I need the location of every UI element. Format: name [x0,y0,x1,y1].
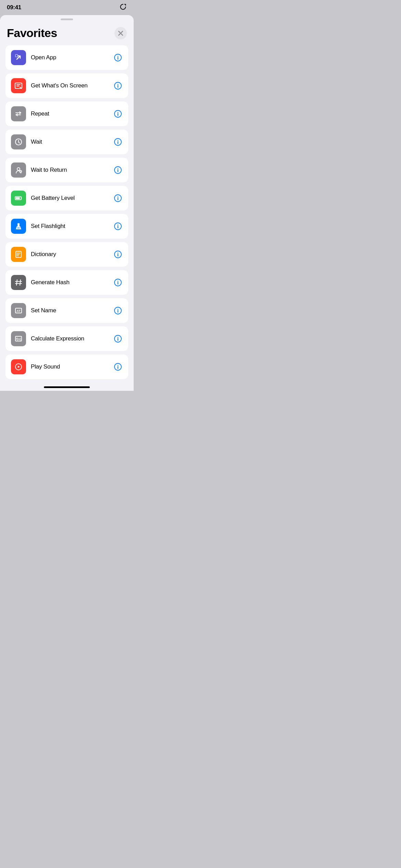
sheet-title: Favorites [7,26,57,40]
dictionary-label: Dictionary [31,251,113,258]
open-app-icon [11,50,26,65]
generate-hash-icon [11,275,26,290]
dictionary-icon [11,247,26,262]
get-battery-level-label: Get Battery Level [31,195,113,202]
sheet-container: Favorites Open App [0,15,134,391]
open-app-info-button[interactable] [113,53,123,62]
status-bar: 09:41 [0,0,134,15]
dictionary-info-button[interactable] [113,250,123,259]
svg-point-16 [118,168,118,169]
list-item[interactable]: Generate Hash [5,270,128,295]
svg-point-6 [118,84,118,85]
get-whats-on-screen-label: Get What's On Screen [31,82,113,89]
generate-hash-info-button[interactable] [113,278,123,287]
get-battery-level-icon [11,191,26,206]
list-item[interactable]: Wait [5,130,128,154]
set-flashlight-label: Set Flashlight [31,223,113,230]
get-whats-on-screen-icon [11,78,26,93]
repeat-label: Repeat [31,110,113,117]
svg-point-12 [17,168,20,170]
close-icon [118,31,123,36]
list-item[interactable]: Play Sound [5,354,128,379]
list-item[interactable]: Repeat [5,101,128,126]
close-button[interactable] [114,27,127,39]
wait-to-return-info-button[interactable] [113,165,123,175]
set-flashlight-info-button[interactable] [113,221,123,231]
svg-point-23 [118,225,118,225]
svg-point-28 [118,281,118,281]
list-item[interactable]: Wait to Return [5,158,128,182]
get-whats-on-screen-info-button[interactable] [113,81,123,91]
svg-point-4 [20,87,22,89]
wait-icon [11,134,26,149]
svg-rect-21 [17,223,20,226]
list-item[interactable]: Dictionary [5,242,128,267]
play-sound-info-button[interactable] [113,362,123,372]
wait-to-return-icon [11,162,26,178]
status-time: 09:41 [7,4,21,11]
calculate-expression-icon: f(x) [11,331,26,346]
drag-handle [61,19,73,20]
svg-rect-18 [16,197,20,199]
svg-point-8 [118,112,118,113]
play-sound-icon [11,359,26,374]
calculate-expression-info-button[interactable] [113,334,123,343]
wait-info-button[interactable] [113,137,123,147]
list-item[interactable]: Open App [5,45,128,70]
svg-text:f(x): f(x) [16,337,21,341]
svg-point-2 [118,56,118,57]
calculate-expression-label: Calculate Expression [31,335,113,342]
play-sound-label: Play Sound [31,363,113,370]
bottom-bar [0,379,134,391]
list-item[interactable]: AT Set Name [5,298,128,323]
list-container[interactable]: Open App Get What's On Screen [0,45,134,379]
svg-point-11 [118,140,118,141]
status-icons [119,3,127,12]
svg-text:AT: AT [16,309,21,313]
svg-point-26 [118,253,118,253]
wait-to-return-label: Wait to Return [31,167,113,173]
svg-point-20 [118,196,118,197]
list-item[interactable]: Get Battery Level [5,186,128,210]
wait-label: Wait [31,138,113,145]
list-item[interactable]: f(x) Calculate Expression [5,326,128,351]
generate-hash-label: Generate Hash [31,279,113,286]
svg-point-39 [118,365,118,366]
svg-point-32 [118,309,118,310]
set-flashlight-icon [11,219,26,234]
set-name-info-button[interactable] [113,306,123,315]
set-name-label: Set Name [31,307,113,314]
sheet-header: Favorites [0,22,134,45]
list-item[interactable]: Set Flashlight [5,214,128,239]
get-battery-level-info-button[interactable] [113,193,123,203]
home-indicator [44,386,90,388]
refresh-icon [119,3,127,12]
set-name-icon: AT [11,303,26,318]
repeat-icon [11,106,26,121]
list-item[interactable]: Get What's On Screen [5,73,128,98]
open-app-label: Open App [31,54,113,61]
svg-point-36 [118,337,118,338]
repeat-info-button[interactable] [113,109,123,119]
